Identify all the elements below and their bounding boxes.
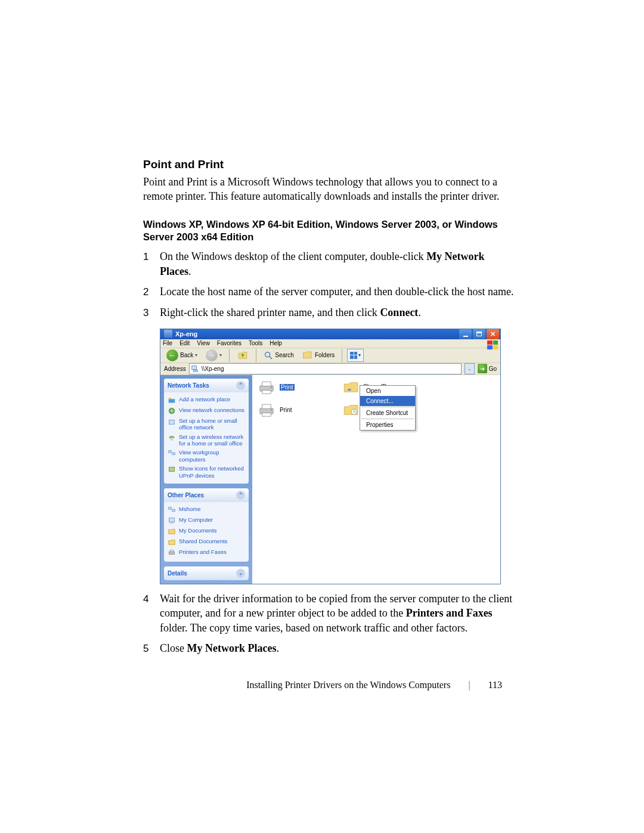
svg-rect-2 — [191, 366, 196, 370]
sidebar-item-mshome[interactable]: Mshome — [168, 504, 245, 515]
menu-view[interactable]: View — [197, 340, 210, 346]
panel-title: Details — [168, 570, 187, 577]
svg-rect-7 — [169, 451, 171, 453]
step-text-bold: My Network Places — [187, 642, 277, 654]
svg-rect-5 — [169, 420, 175, 424]
step-text: folder. The copy time varies, based on n… — [160, 622, 467, 634]
place-icon — [168, 396, 176, 404]
content-pane[interactable]: Print SharedDocs Print — [252, 375, 500, 584]
sidebar-label: My Computer — [179, 516, 213, 523]
up-button[interactable] — [234, 348, 251, 363]
step-text: Right-click the shared printer name, and… — [160, 306, 380, 318]
menu-file[interactable]: File — [163, 340, 172, 346]
sidebar-item-view-connections[interactable]: View network connections — [168, 405, 245, 416]
sidebar-item-view-workgroup[interactable]: View workgroup computers — [168, 448, 245, 464]
intro-paragraph: Point and Print is a Microsoft Windows t… — [143, 175, 514, 204]
page-footer: Installing Printer Drivers on the Window… — [143, 680, 514, 690]
sidebar-label: Add a network place — [179, 396, 230, 402]
upnp-icon — [168, 465, 176, 473]
toolbar: ← Back ▾ → ▾ — [160, 348, 500, 363]
go-arrow-icon: ➜ — [478, 364, 487, 373]
minimize-button[interactable] — [459, 329, 472, 339]
document-page: Point and Print Point and Print is a Mic… — [0, 0, 644, 690]
sidebar-item-mydocs[interactable]: My Documents — [168, 526, 245, 537]
forward-arrow-icon: → — [206, 349, 218, 361]
svg-rect-11 — [172, 509, 175, 512]
printer-item[interactable]: Print — [257, 380, 295, 395]
svg-rect-10 — [169, 507, 171, 510]
back-button[interactable]: ← Back ▾ — [164, 348, 200, 363]
step-text-bold: Connect — [380, 306, 418, 318]
sidebar-item-mycomputer[interactable]: My Computer — [168, 515, 245, 526]
menu-edit[interactable]: Edit — [179, 340, 190, 346]
workgroup-icon — [168, 449, 176, 457]
address-value: \\Xp-eng — [202, 366, 224, 372]
svg-rect-12 — [169, 518, 175, 522]
sidebar-item-setup-home[interactable]: Set up a home or small office network — [168, 416, 245, 432]
address-dropdown-button[interactable]: ⌄ — [465, 363, 475, 374]
step-text-bold: Printers and Faxes — [406, 607, 493, 619]
menu-separator — [361, 419, 414, 419]
sidebar-label: Mshome — [179, 506, 200, 512]
svg-rect-8 — [172, 453, 175, 456]
sidebar-label: Printers and Faxes — [179, 549, 227, 555]
menu-favorites[interactable]: Favorites — [217, 340, 242, 346]
details-panel: Details ⌄ — [164, 566, 249, 580]
wireless-icon — [168, 433, 176, 442]
back-label: Back — [180, 352, 193, 358]
svg-rect-22 — [262, 413, 271, 416]
panel-title: Network Tasks — [168, 382, 209, 389]
sidebar-item-add-network-place[interactable]: Add a network place — [168, 395, 245, 405]
expand-icon: ⌄ — [236, 569, 245, 578]
explorer-main: Network Tasks ⌃ Add a network place View… — [160, 375, 500, 584]
maximize-button[interactable] — [473, 329, 485, 339]
go-label: Go — [489, 366, 497, 372]
menu-item-create-shortcut[interactable]: Create Shortcut — [360, 408, 415, 418]
back-arrow-icon: ← — [166, 349, 178, 361]
menubar: File Edit View Favorites Tools Help — [160, 339, 500, 348]
svg-rect-9 — [169, 467, 175, 472]
close-button[interactable] — [487, 329, 499, 339]
menu-tools[interactable]: Tools — [249, 340, 262, 346]
sidebar-item-setup-wireless[interactable]: Set up a wireless network for a home or … — [168, 432, 245, 448]
forward-button[interactable]: → ▾ — [203, 348, 224, 363]
printer-item-2[interactable]: Print — [257, 402, 292, 418]
menu-item-open[interactable]: Open — [360, 386, 415, 396]
address-input[interactable]: \\Xp-eng — [189, 363, 462, 374]
step-4: Wait for the driver information to be co… — [143, 592, 514, 635]
folder-icon — [168, 538, 176, 546]
printer-icon — [257, 380, 276, 395]
computer-icon — [168, 516, 176, 525]
printer-label: Print — [280, 384, 295, 391]
sidebar-item-shareddocs[interactable]: Shared Documents — [168, 537, 245, 547]
go-button[interactable]: ➜ Go — [478, 364, 497, 373]
panel-header[interactable]: Other Places ⌃ — [164, 488, 249, 502]
sidebar-label: View workgroup computers — [179, 449, 245, 463]
menu-item-connect[interactable]: Connect... — [360, 396, 415, 406]
explorer-window: Xp-eng File Edit View Favorites Tools He… — [160, 329, 501, 584]
folders-button[interactable]: Folders — [300, 349, 337, 361]
printer-icon — [257, 402, 276, 418]
address-label: Address — [164, 366, 186, 372]
screenshot-figure: Xp-eng File Edit View Favorites Tools He… — [160, 329, 514, 584]
steps-list-continued: Wait for the driver information to be co… — [143, 592, 514, 656]
sidebar-item-printersfaxes[interactable]: Printers and Faxes — [168, 547, 245, 558]
connections-icon — [168, 407, 176, 415]
svg-rect-3 — [193, 370, 197, 372]
folder-icon — [168, 527, 176, 535]
address-bar: Address \\Xp-eng ⌄ ➜ Go — [160, 363, 500, 375]
svg-point-19 — [271, 386, 272, 388]
search-button[interactable]: Search — [261, 349, 296, 361]
panel-header[interactable]: Details ⌄ — [164, 566, 249, 580]
sidebar-item-upnp[interactable]: Show icons for networked UPnP devices — [168, 464, 245, 480]
menu-help[interactable]: Help — [270, 340, 282, 346]
collapse-icon: ⌃ — [236, 491, 245, 500]
titlebar[interactable]: Xp-eng — [160, 329, 500, 339]
menu-item-properties[interactable]: Properties — [360, 420, 415, 430]
views-button[interactable]: ▾ — [347, 349, 364, 362]
section-heading: Point and Print — [143, 158, 514, 171]
sidebar-label: View network connections — [179, 407, 244, 413]
home-network-icon — [168, 417, 176, 426]
computer-network-icon — [191, 364, 199, 373]
panel-header[interactable]: Network Tasks ⌃ — [164, 379, 249, 392]
